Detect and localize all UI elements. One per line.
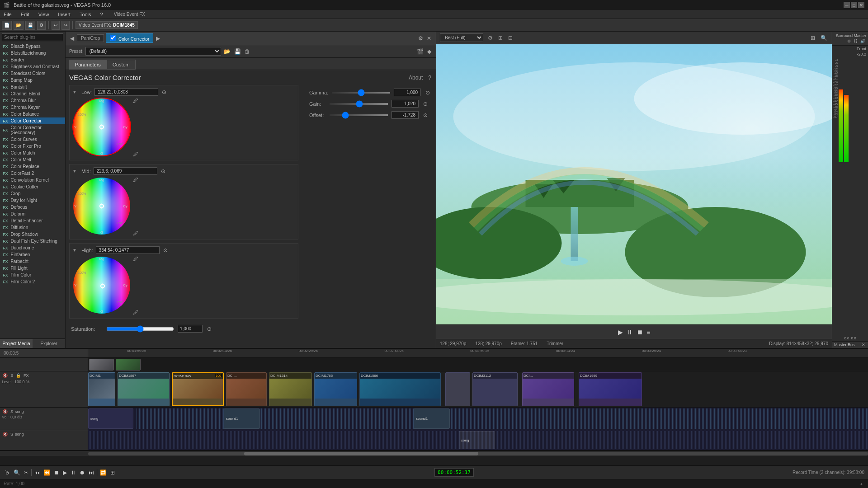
offset-value[interactable]: [392, 111, 419, 119]
fx-keyframe-button[interactable]: ◆: [426, 48, 432, 55]
plugin-deform[interactable]: FXDeform: [0, 211, 65, 217]
video-clip-8a[interactable]: [445, 372, 470, 406]
plugin-diffusion[interactable]: FXDiffusion: [0, 224, 65, 231]
plugin-border[interactable]: FXBorder: [0, 56, 65, 63]
plugin-defocus[interactable]: FXDefocus: [0, 204, 65, 211]
preview-settings-icon[interactable]: ⚙: [487, 35, 494, 41]
menu-insert[interactable]: Insert: [56, 12, 72, 17]
audio-track-2-mute[interactable]: 🔇: [2, 432, 9, 436]
mid-color-wheel[interactable]: Mg G Y Cy -100% 270°: [72, 177, 131, 235]
preview-layout-icon[interactable]: ⊞: [497, 35, 504, 41]
preset-open-button[interactable]: 📂: [223, 48, 231, 55]
master-bus-close-button[interactable]: ✕: [861, 343, 866, 347]
track-mute-button[interactable]: 🔇: [2, 373, 9, 378]
tab-custom[interactable]: Custom: [107, 60, 136, 70]
maximize-button[interactable]: □: [851, 2, 857, 8]
plugin-film-color-2[interactable]: FXFilm Color 2: [0, 278, 65, 285]
preview-stop-button[interactable]: ⏹: [637, 328, 643, 336]
low-color-wheel[interactable]: Mg G Y Cy -100% 270°: [72, 98, 131, 156]
settings-button[interactable]: ⚙: [37, 21, 46, 30]
gamma-slider[interactable]: [332, 92, 390, 94]
mid-collapse-icon[interactable]: ▼: [72, 169, 77, 174]
plugin-color-melt[interactable]: FXColor Melt: [0, 156, 65, 163]
audio-track-2-solo[interactable]: S: [9, 432, 14, 436]
panel-tab-explorer[interactable]: Explorer: [33, 339, 65, 348]
video-clip-3-active[interactable]: DCIM1845 100: [172, 372, 224, 406]
surround-chain-icon[interactable]: ⛓: [853, 39, 859, 43]
surround-monitor-icon[interactable]: 🔊: [859, 39, 866, 43]
mid-eyedropper-top[interactable]: 🖊: [132, 177, 139, 183]
mid-eyedropper-bottom[interactable]: 🖊: [132, 230, 139, 236]
status-expand-button[interactable]: ▲: [859, 482, 864, 486]
plugin-color-match[interactable]: FXColor Match: [0, 150, 65, 156]
fx-settings-icon[interactable]: ⚙: [417, 35, 424, 42]
preset-delete-button[interactable]: 🗑: [244, 48, 251, 55]
plugin-broadcast[interactable]: FXBroadcast Colors: [0, 70, 65, 77]
transport-play[interactable]: ▶: [62, 469, 68, 476]
high-color-wheel[interactable]: Mg G Y Cy -100% 270°: [72, 256, 131, 314]
fx-back-button[interactable]: ◀: [69, 35, 75, 42]
video-clip-7[interactable]: DCIM1566: [359, 372, 441, 406]
video-clip-5[interactable]: DCIM1314: [269, 372, 312, 406]
sound1-clip[interactable]: sound1: [414, 408, 450, 429]
menu-file[interactable]: File: [2, 12, 14, 17]
gamma-value[interactable]: [394, 89, 421, 96]
close-button[interactable]: ✕: [858, 2, 864, 8]
high-reset-button[interactable]: ⊙: [162, 247, 169, 253]
gain-value[interactable]: [392, 100, 419, 108]
plugin-color-fixer[interactable]: FXColor Fixer Pro: [0, 143, 65, 150]
preview-quality-select[interactable]: Best (Full) Draft (Full) Preview (Full): [440, 33, 483, 42]
high-eyedropper-bottom[interactable]: 🖊: [132, 309, 139, 315]
saturation-slider[interactable]: [106, 325, 174, 333]
plugin-buntstift[interactable]: FXBuntstift: [0, 84, 65, 90]
menu-help[interactable]: ?: [99, 12, 105, 17]
preset-save-button[interactable]: 💾: [233, 48, 242, 55]
fx-animate-button[interactable]: 🎬: [416, 48, 425, 55]
plugin-chroma-blur[interactable]: FXChroma Blur: [0, 97, 65, 104]
gamma-reset-button[interactable]: ⊙: [425, 89, 431, 96]
plugin-bump[interactable]: FXBump Map: [0, 77, 65, 84]
menu-edit[interactable]: Edit: [19, 12, 31, 17]
plugin-color-corrector[interactable]: FXColor Corrector: [0, 117, 65, 124]
panel-tab-project-media[interactable]: Project Media: [0, 339, 33, 348]
video-clip-10[interactable]: DCIM1999: [579, 372, 642, 406]
high-value-input[interactable]: [96, 246, 160, 254]
plugin-convolution[interactable]: FXConvolution Kernel: [0, 177, 65, 183]
offset-slider[interactable]: [330, 114, 388, 116]
track-fx-button[interactable]: FX: [23, 373, 30, 378]
plugin-color-replace[interactable]: FXColor Replace: [0, 163, 65, 170]
audio-track-1-mute[interactable]: 🔇: [2, 409, 9, 414]
preview-loop-button[interactable]: ≡: [646, 328, 650, 336]
plugin-detail[interactable]: FXDetail Enhancer: [0, 217, 65, 224]
plugin-channel-blend[interactable]: FXChannel Blend: [0, 90, 65, 97]
gain-slider[interactable]: [330, 103, 388, 105]
preview-play-button[interactable]: ▶: [618, 328, 623, 336]
chain-color-corrector[interactable]: Color Corrector: [106, 33, 153, 43]
thumb-clip-1[interactable]: [89, 359, 114, 371]
transport-rewind[interactable]: ⏪: [42, 469, 51, 476]
high-eyedropper-top[interactable]: 🖊: [132, 256, 139, 262]
transport-stop[interactable]: ⏹: [53, 469, 60, 476]
transport-pause[interactable]: ⏸: [70, 469, 77, 476]
plugin-duochrome[interactable]: FXDuochrome: [0, 244, 65, 251]
low-eyedropper-top[interactable]: 🖊: [132, 98, 139, 104]
plugin-brightness[interactable]: FXBrightness and Contrast: [0, 63, 65, 70]
saturation-value[interactable]: [178, 325, 203, 333]
plugin-color-corrector-secondary[interactable]: FXColor Corrector (Secondary): [0, 124, 65, 136]
tool-select[interactable]: 🖱: [4, 469, 11, 476]
cc-help-button[interactable]: ?: [427, 75, 432, 81]
mid-reset-button[interactable]: ⊙: [160, 168, 166, 174]
plugin-cookie[interactable]: FXCookie Cutter: [0, 183, 65, 190]
fx-forward-button[interactable]: ▶: [155, 35, 161, 42]
tool-edit[interactable]: ✂: [23, 469, 29, 476]
new-button[interactable]: 📄: [2, 21, 12, 30]
redo-button[interactable]: ↪: [61, 21, 70, 30]
menu-view[interactable]: View: [37, 12, 51, 17]
undo-button[interactable]: ↩: [52, 21, 60, 30]
plugin-day-night[interactable]: FXDay for Night: [0, 197, 65, 204]
chain-checkbox[interactable]: [110, 35, 116, 41]
plugin-film-color[interactable]: FXFilm Color: [0, 272, 65, 278]
video-clip-1[interactable]: DCIM1: [88, 372, 115, 406]
track-solo-button[interactable]: S: [9, 373, 14, 378]
transport-go-end[interactable]: ⏭: [88, 469, 95, 476]
